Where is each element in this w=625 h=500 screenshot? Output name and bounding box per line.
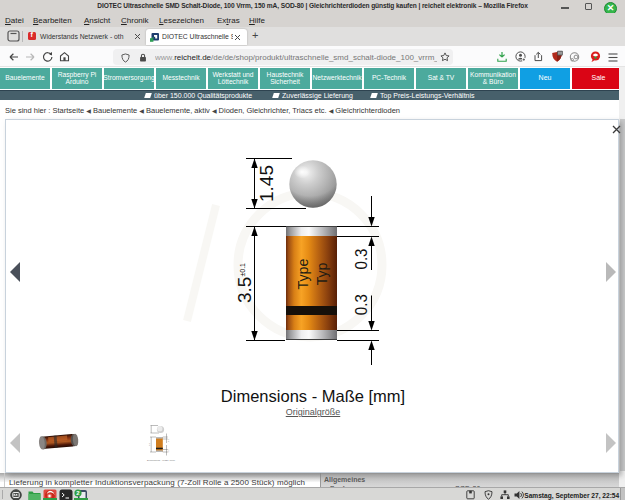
svg-text:0.3: 0.3 [352,249,371,270]
svg-text:Type: Type [295,259,312,290]
svg-text:0.3: 0.3 [352,294,371,315]
svg-text:Dimensions - Maße [mm]: Dimensions - Maße [mm] [147,459,175,462]
svg-text:Typ: Typ [313,263,330,286]
svg-text:1.45: 1.45 [256,165,277,202]
